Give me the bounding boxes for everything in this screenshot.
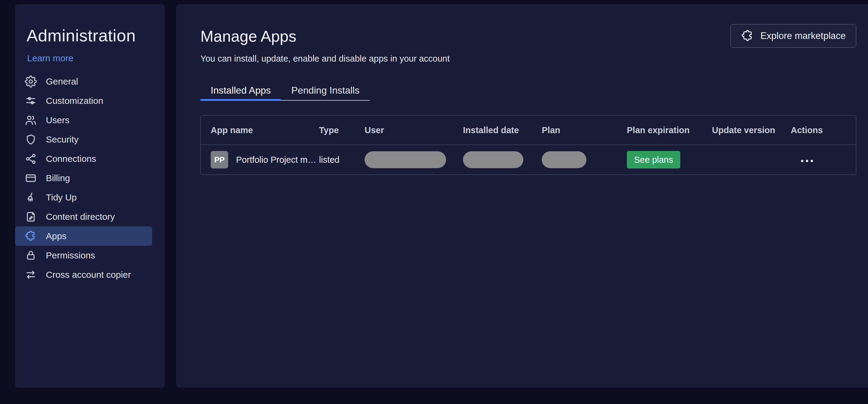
app-avatar: PP <box>211 151 228 169</box>
column-header-type: Type <box>319 125 365 135</box>
users-icon <box>25 114 37 126</box>
transfer-arrows-icon <box>25 269 37 281</box>
sliders-icon <box>25 95 37 107</box>
admin-sidebar: Administration Learn more General Custom… <box>15 4 165 388</box>
learn-more-link[interactable]: Learn more <box>27 53 73 63</box>
column-header-actions: Actions <box>791 125 856 135</box>
puzzle-icon <box>25 230 37 242</box>
app-name-text: Portfolio Project ma… <box>236 155 319 165</box>
tab-pending-installs[interactable]: Pending Installs <box>281 81 370 100</box>
app-name-cell: PP Portfolio Project ma… <box>201 151 319 169</box>
more-options-icon[interactable] <box>798 157 816 165</box>
sidebar-item-label: Apps <box>46 231 66 241</box>
actions-cell <box>791 154 856 165</box>
sidebar-item-label: Security <box>46 134 79 145</box>
sidebar-item-label: Cross account copier <box>46 270 131 280</box>
sidebar-item-connections[interactable]: Connections <box>15 149 152 169</box>
app-user-cell <box>365 151 463 168</box>
sidebar-item-permissions[interactable]: Permissions <box>15 246 152 265</box>
column-header-plan-expiration: Plan expiration <box>627 125 712 135</box>
sidebar-item-label: Customization <box>46 96 103 106</box>
sidebar-item-label: Permissions <box>46 250 95 261</box>
admin-apps-page: Administration Learn more General Custom… <box>0 0 868 404</box>
redacted-installed-date-value <box>463 151 523 168</box>
column-header-user: User <box>365 125 463 135</box>
table-row: PP Portfolio Project ma… listed See pla <box>201 145 856 175</box>
lock-icon <box>25 250 37 261</box>
see-plans-button[interactable]: See plans <box>627 151 680 169</box>
tab-installed-apps[interactable]: Installed Apps <box>200 81 281 100</box>
sidebar-item-users[interactable]: Users <box>15 111 152 130</box>
redacted-user-value <box>365 151 446 168</box>
installed-apps-table: App name Type User Installed date Plan P… <box>200 115 856 175</box>
explore-marketplace-button[interactable]: Explore marketplace <box>731 24 856 48</box>
sidebar-item-apps[interactable]: Apps <box>15 227 152 246</box>
sidebar-item-label: General <box>46 77 78 87</box>
column-header-installed-date: Installed date <box>463 125 542 135</box>
sidebar-item-label: Connections <box>46 154 96 164</box>
plan-expiration-cell: See plans <box>627 151 712 169</box>
sidebar-item-general[interactable]: General <box>15 72 152 91</box>
broom-icon <box>25 192 37 203</box>
page-subtitle: You can install, update, enable and disa… <box>200 54 856 64</box>
plan-cell <box>542 151 627 168</box>
installed-date-cell <box>463 151 542 168</box>
sidebar-item-label: Tidy Up <box>46 192 77 203</box>
sidebar-item-cross-account-copier[interactable]: Cross account copier <box>15 265 152 284</box>
sidebar-item-label: Billing <box>46 173 70 183</box>
shield-icon <box>25 134 37 146</box>
column-header-app-name: App name <box>201 125 319 135</box>
admin-nav: General Customization Users Security <box>15 72 165 284</box>
sidebar-item-tidy-up[interactable]: Tidy Up <box>15 188 152 207</box>
gear-icon <box>25 76 37 88</box>
column-header-update-version: Update version <box>712 125 791 135</box>
sidebar-title: Administration <box>27 26 165 45</box>
manage-apps-panel: Manage Apps You can install, update, ena… <box>176 4 868 388</box>
sidebar-item-security[interactable]: Security <box>15 130 152 149</box>
document-pencil-icon <box>25 211 37 223</box>
sidebar-item-billing[interactable]: Billing <box>15 169 152 188</box>
sidebar-item-label: Users <box>46 115 69 125</box>
puzzle-icon <box>741 29 754 42</box>
explore-marketplace-label: Explore marketplace <box>760 30 846 41</box>
column-header-plan: Plan <box>542 125 627 135</box>
sidebar-item-label: Content directory <box>46 212 115 222</box>
sidebar-item-customization[interactable]: Customization <box>15 91 152 111</box>
credit-card-icon <box>25 172 37 184</box>
app-type-cell: listed <box>319 155 365 165</box>
sidebar-item-content-directory[interactable]: Content directory <box>15 207 152 227</box>
apps-tabs: Installed Apps Pending Installs <box>200 81 370 101</box>
table-header-row: App name Type User Installed date Plan P… <box>201 116 856 145</box>
redacted-plan-value <box>542 151 586 168</box>
share-nodes-icon <box>25 153 37 165</box>
